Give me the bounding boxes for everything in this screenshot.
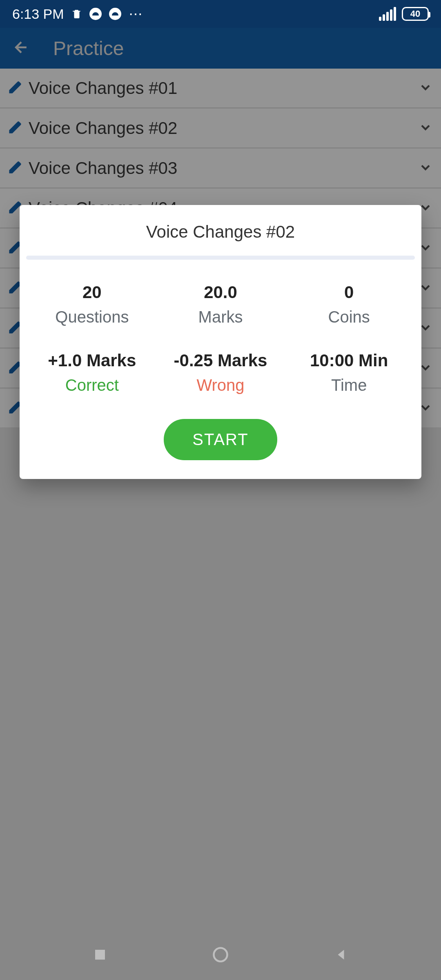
questions-label: Questions [28, 308, 156, 326]
trash-icon [71, 9, 82, 19]
questions-value: 20 [28, 283, 156, 302]
marks-value: 20.0 [156, 283, 285, 302]
dialog-title: Voice Changes #02 [20, 205, 421, 256]
wrong-value: -0.25 Marks [156, 351, 285, 370]
battery-icon: 40 [402, 7, 429, 21]
correct-value: +1.0 Marks [28, 351, 156, 370]
nav-home-icon[interactable] [212, 946, 229, 965]
stat-questions: 20 Questions [28, 283, 156, 326]
coins-value: 0 [285, 283, 413, 302]
coins-label: Coins [285, 308, 413, 326]
stat-wrong: -0.25 Marks Wrong [156, 351, 285, 394]
stat-time: 10:00 Min Time [285, 351, 413, 394]
status-left: 6:13 PM ⋯ [12, 6, 144, 22]
cloud-icon [89, 8, 102, 20]
wrong-label: Wrong [156, 376, 285, 394]
battery-level: 40 [410, 9, 420, 19]
nav-back-icon[interactable] [334, 947, 348, 964]
status-time: 6:13 PM [12, 6, 64, 22]
system-nav-bar [0, 931, 441, 980]
stat-coins: 0 Coins [285, 283, 413, 326]
nav-recent-icon[interactable] [93, 947, 107, 964]
status-right: 40 [379, 7, 429, 21]
signal-icon [379, 7, 396, 21]
stats-row-2: +1.0 Marks Correct -0.25 Marks Wrong 10:… [20, 351, 421, 394]
status-bar: 6:13 PM ⋯ 40 [0, 0, 441, 28]
marks-label: Marks [156, 308, 285, 326]
modal-overlay[interactable] [0, 28, 441, 980]
stat-correct: +1.0 Marks Correct [28, 351, 156, 394]
correct-label: Correct [28, 376, 156, 394]
start-button[interactable]: START [164, 419, 277, 460]
cloud-icon [109, 8, 121, 20]
svg-point-1 [214, 948, 227, 962]
time-value: 10:00 Min [285, 351, 413, 370]
stat-marks: 20.0 Marks [156, 283, 285, 326]
time-label: Time [285, 376, 413, 394]
quiz-info-dialog: Voice Changes #02 20 Questions 20.0 Mark… [20, 205, 421, 479]
more-icon: ⋯ [129, 6, 144, 22]
stats-row-1: 20 Questions 20.0 Marks 0 Coins [20, 283, 421, 326]
progress-bar [26, 256, 415, 260]
svg-rect-0 [95, 950, 105, 960]
